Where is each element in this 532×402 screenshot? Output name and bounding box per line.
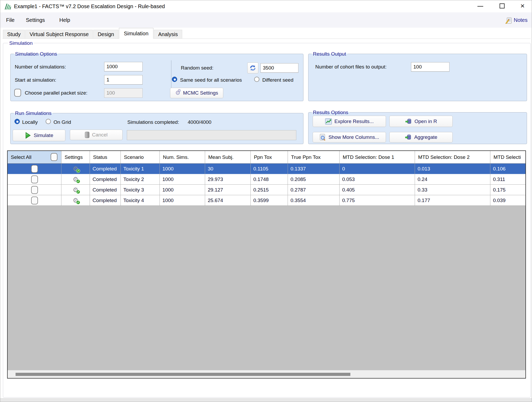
results-options-label: Results Options <box>312 110 350 115</box>
true-ppn-tox-cell: 0.1337 <box>288 164 340 174</box>
different-seed-label: Different seed <box>262 77 293 83</box>
row-settings-cell[interactable]: ⚙✓ <box>61 195 90 206</box>
refresh-seed-button[interactable] <box>247 62 258 73</box>
row-checkbox[interactable] <box>31 186 38 194</box>
mtd-dose2-cell: 0.013 <box>415 164 490 174</box>
header-mtd-dose-3[interactable]: MTD Selecti <box>490 151 525 163</box>
tab-study[interactable]: Study <box>3 30 25 39</box>
settings-gear-icon[interactable]: ⚙✓ <box>73 166 79 172</box>
scenario-table: Select All Settings Status Scenario Num.… <box>7 150 526 379</box>
row-settings-cell[interactable]: ⚙✓ <box>61 164 90 174</box>
status-cell: Completed <box>90 174 121 185</box>
mtd-dose3-cell: 0.106 <box>490 164 525 174</box>
horizontal-scrollbar[interactable] <box>8 370 525 378</box>
header-scenario[interactable]: Scenario <box>121 151 160 163</box>
scrollbar-handle[interactable] <box>16 373 350 376</box>
locally-radio[interactable] <box>14 119 20 124</box>
header-true-ppn-tox[interactable]: True Ppn Tox <box>288 151 340 163</box>
maximize-button[interactable] <box>494 0 510 12</box>
settings-gear-icon[interactable]: ⚙✓ <box>73 197 79 204</box>
chart-icon <box>325 118 332 125</box>
start-at-input[interactable] <box>104 75 143 85</box>
table-row[interactable]: ⚙✓CompletedToxicity 4100025.6740.35990.3… <box>8 195 525 206</box>
minimize-button[interactable] <box>472 0 489 12</box>
menu-bar: File Settings Help Notes <box>0 12 532 28</box>
table-row[interactable]: ⚙✓CompletedToxicity 11000300.11050.13370… <box>8 164 525 174</box>
row-checkbox[interactable] <box>31 165 38 173</box>
different-seed-radio[interactable] <box>254 77 259 82</box>
open-in-r-label: Open in R <box>414 119 437 124</box>
header-num-sims[interactable]: Num. Sims. <box>160 151 205 163</box>
mcmc-settings-label: MCMC Settings <box>183 90 218 96</box>
open-in-r-button[interactable]: Open in R <box>389 116 453 127</box>
row-settings-cell[interactable]: ⚙✓ <box>61 174 90 185</box>
simulate-button[interactable]: Simulate <box>13 130 65 141</box>
cancel-button[interactable]: Cancel <box>70 130 123 140</box>
ppn-tox-cell: 0.1105 <box>251 164 288 174</box>
notes-icon <box>505 17 512 24</box>
mtd-dose2-cell: 0.33 <box>415 185 490 195</box>
num-simulations-input[interactable] <box>104 62 143 71</box>
parallel-packet-input <box>104 88 143 98</box>
on-grid-radio[interactable] <box>46 119 51 124</box>
cohort-files-label: Number of cohort files to output: <box>315 64 386 70</box>
show-more-columns-label: Show More Columns... <box>328 134 379 140</box>
gears-icon: ⚙⚙ <box>175 90 181 96</box>
tab-analysis[interactable]: Analysis <box>154 30 182 39</box>
status-cell: Completed <box>90 185 121 195</box>
same-seed-radio[interactable] <box>172 77 177 82</box>
simulations-completed-value: 4000/4000 <box>188 119 211 125</box>
tab-design[interactable]: Design <box>93 30 118 39</box>
simulation-options-group: Simulation Options Number of simulations… <box>10 54 303 101</box>
header-select-all: Select All <box>8 151 61 163</box>
results-options-group: Results Options Explore Results... Open … <box>308 112 527 144</box>
mean-subj-cell: 30 <box>205 164 251 174</box>
tab-strip: Study Virtual Subject Response Design Si… <box>3 28 183 39</box>
magnifier-document-icon <box>320 134 326 141</box>
header-mtd-dose-1[interactable]: MTD Selection: Dose 1 <box>340 151 415 163</box>
ppn-tox-cell: 0.3599 <box>251 195 288 206</box>
status-cell: Completed <box>90 195 121 206</box>
run-simulations-label: Run Simulations <box>14 110 53 116</box>
table-body: ⚙✓CompletedToxicity 11000300.11050.13370… <box>8 164 525 206</box>
notes-button[interactable]: Notes <box>505 15 528 25</box>
start-at-label: Start at simulation: <box>15 77 56 83</box>
row-select-cell <box>8 164 61 174</box>
header-mtd-dose-2[interactable]: MTD Selection: Dose 2 <box>415 151 490 163</box>
settings-gear-icon[interactable]: ⚙✓ <box>73 187 79 193</box>
mtd-dose1-cell: 0 <box>340 164 415 174</box>
tab-simulation[interactable]: Simulation <box>119 28 153 39</box>
simulate-label: Simulate <box>34 133 53 138</box>
mtd-dose3-cell: 0.311 <box>490 174 525 185</box>
close-button[interactable]: ✕ <box>514 0 531 12</box>
row-checkbox[interactable] <box>31 197 38 204</box>
num-sims-cell: 1000 <box>160 174 205 185</box>
menu-help[interactable]: Help <box>56 12 73 28</box>
window-bottom-edge <box>0 398 532 402</box>
settings-gear-icon[interactable]: ⚙✓ <box>73 176 79 183</box>
header-ppn-tox[interactable]: Ppn Tox <box>251 151 288 163</box>
row-settings-cell[interactable]: ⚙✓ <box>61 185 90 195</box>
num-sims-cell: 1000 <box>160 164 205 174</box>
select-all-label: Select All <box>11 154 31 160</box>
num-simulations-label: Number of simulations: <box>15 64 66 70</box>
ppn-tox-cell: 0.2515 <box>251 185 288 195</box>
table-row[interactable]: ⚙✓CompletedToxicity 3100029.1270.25150.2… <box>8 185 525 195</box>
header-mean-subj[interactable]: Mean Subj. <box>205 151 251 163</box>
cohort-files-input[interactable] <box>411 62 449 72</box>
header-status[interactable]: Status <box>90 151 121 163</box>
select-all-checkbox[interactable] <box>51 153 57 161</box>
menu-settings[interactable]: Settings <box>23 12 48 28</box>
menu-file[interactable]: File <box>3 12 18 28</box>
mcmc-settings-button[interactable]: ⚙⚙ MCMC Settings <box>170 88 223 98</box>
random-seed-input[interactable] <box>260 63 298 73</box>
table-row[interactable]: ⚙✓CompletedToxicity 2100029.9730.17480.2… <box>8 174 525 185</box>
row-checkbox[interactable] <box>31 175 38 183</box>
parallel-packet-checkbox[interactable] <box>14 89 21 97</box>
aggregate-button[interactable]: Aggregate <box>389 132 453 143</box>
results-output-group: Results Output Number of cohort files to… <box>308 54 527 101</box>
show-more-columns-button[interactable]: Show More Columns... <box>313 132 386 143</box>
tab-virtual-subject-response[interactable]: Virtual Subject Response <box>25 30 93 39</box>
explore-results-button[interactable]: Explore Results... <box>313 116 386 127</box>
header-settings[interactable]: Settings <box>61 151 90 163</box>
